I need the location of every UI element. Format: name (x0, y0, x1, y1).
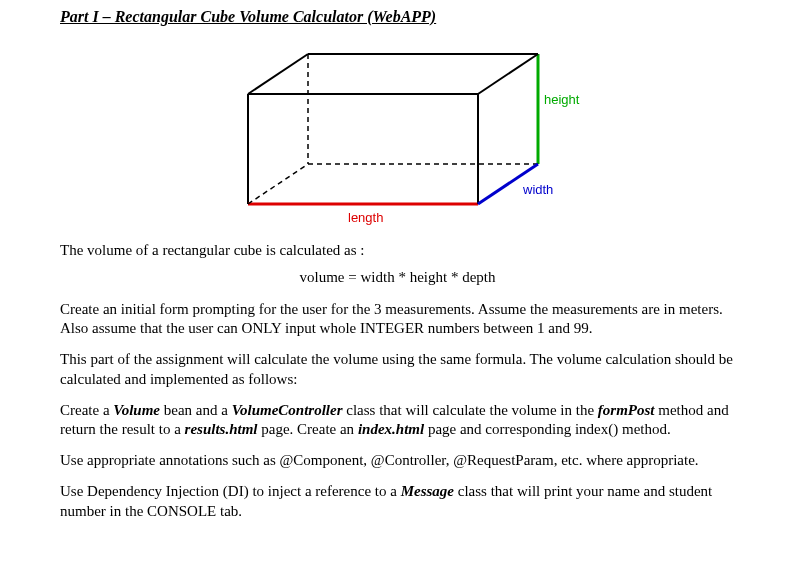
p3-formpost: formPost (598, 402, 655, 418)
paragraph-5: Use Dependency Injection (DI) to inject … (60, 482, 735, 520)
paragraph-1: Create an initial form prompting for the… (60, 300, 735, 338)
svg-line-9 (478, 54, 538, 94)
p3-t5: page. Create an (258, 421, 358, 437)
svg-line-8 (248, 54, 308, 94)
label-width: width (522, 182, 553, 197)
p3-t3: class that will calculate the volume in … (343, 402, 598, 418)
cube-svg: height width length (208, 34, 588, 234)
p3-results: results.html (185, 421, 258, 437)
label-height: height (544, 92, 580, 107)
p5-message: Message (401, 483, 454, 499)
p5-t1: Use Dependency Injection (DI) to inject … (60, 483, 401, 499)
document-page: Part I – Rectangular Cube Volume Calcula… (0, 0, 795, 549)
svg-line-11 (248, 164, 308, 204)
p3-t6: page and corresponding index() method. (424, 421, 671, 437)
formula-text: volume = width * height * depth (60, 269, 735, 286)
p3-volume: Volume (113, 402, 160, 418)
paragraph-3: Create a Volume bean and a VolumeControl… (60, 401, 735, 439)
paragraph-4: Use appropriate annotations such as @Com… (60, 451, 735, 470)
page-title: Part I – Rectangular Cube Volume Calcula… (60, 8, 735, 26)
p3-controller: VolumeController (232, 402, 343, 418)
p3-t2: bean and a (160, 402, 232, 418)
cube-diagram: height width length (60, 34, 735, 234)
intro-text: The volume of a rectangular cube is calc… (60, 242, 735, 259)
paragraph-2: This part of the assignment will calcula… (60, 350, 735, 388)
label-length: length (348, 210, 383, 225)
p3-t1: Create a (60, 402, 113, 418)
p3-index: index.html (358, 421, 424, 437)
